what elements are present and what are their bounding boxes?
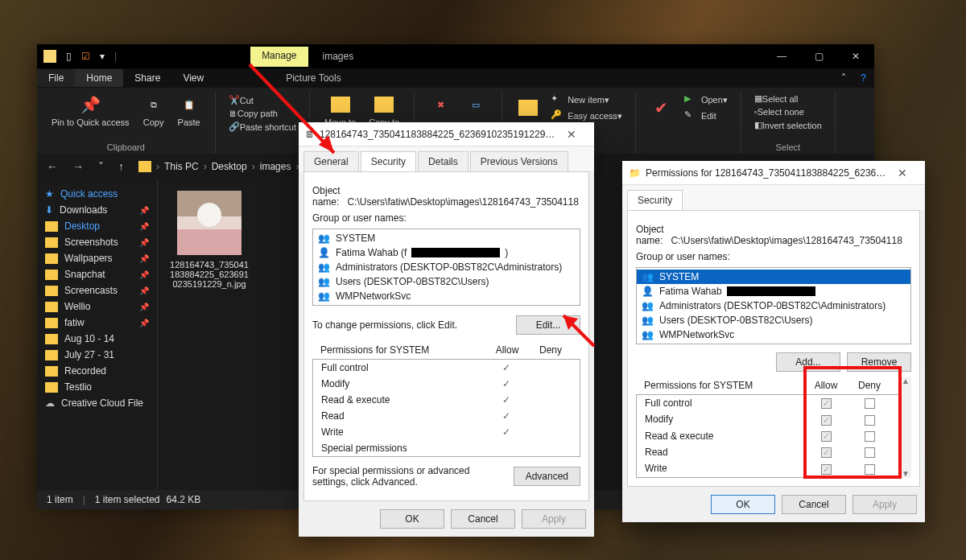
picture-tools-label[interactable]: Picture Tools bbox=[286, 72, 341, 84]
deny-checkbox[interactable] bbox=[865, 447, 875, 458]
file-thumbnail[interactable]: 128164743_735041183884225_62369102351912… bbox=[169, 191, 250, 289]
user-row[interactable]: SYSTEM bbox=[637, 270, 910, 284]
paste-shortcut-button[interactable]: 🔗Paste shortcut bbox=[224, 120, 301, 134]
tab-previous[interactable]: Previous Versions bbox=[470, 151, 568, 171]
close-button[interactable]: ✕ bbox=[837, 44, 874, 68]
cut-button[interactable]: ✂️Cut bbox=[224, 93, 258, 107]
allow-checkbox[interactable] bbox=[821, 447, 832, 458]
sidebar-item-screenshots[interactable]: Screenshots📌 bbox=[37, 234, 157, 250]
user-row[interactable]: Fatima Wahab bbox=[637, 284, 910, 299]
tab-details[interactable]: Details bbox=[418, 151, 469, 171]
ok-button[interactable]: OK bbox=[711, 495, 775, 514]
sidebar-item-screencasts[interactable]: Screencasts📌 bbox=[37, 282, 157, 299]
allow-checkbox[interactable] bbox=[821, 398, 832, 409]
pin-button[interactable]: 📌Pin to Quick access bbox=[45, 92, 136, 129]
users-listbox[interactable]: SYSTEMFatima WahabAdministrators (DESKTO… bbox=[636, 267, 911, 344]
user-row[interactable]: Fatima Wahab (f) bbox=[313, 245, 580, 260]
invert-selection-button[interactable]: ◧Invert selection bbox=[749, 118, 827, 132]
sidebar-item-snapchat[interactable]: Snapchat📌 bbox=[37, 266, 157, 282]
new-item-button[interactable]: ✦New item ▾ bbox=[546, 92, 627, 108]
tab-security[interactable]: Security bbox=[361, 151, 416, 171]
allow-checkbox[interactable] bbox=[821, 415, 832, 426]
add-button[interactable]: Add... bbox=[776, 352, 840, 372]
sidebar-item-downloads[interactable]: ⬇Downloads📌 bbox=[37, 202, 157, 218]
edit-button[interactable]: ✎Edit bbox=[679, 108, 733, 124]
close-button[interactable]: ✕ bbox=[555, 128, 588, 141]
advanced-button[interactable]: Advanced bbox=[514, 467, 580, 486]
crumb-images[interactable]: images bbox=[255, 159, 296, 174]
sidebar-item-wellio[interactable]: Wellio📌 bbox=[37, 299, 157, 315]
nav-up-button[interactable]: ↑ bbox=[114, 160, 129, 173]
copy-path-icon: 🗎 bbox=[229, 109, 237, 118]
qat-check-icon[interactable]: ☑ bbox=[78, 49, 93, 64]
sidebar-item-testlio[interactable]: Testlio bbox=[37, 379, 157, 395]
allow-checkbox[interactable] bbox=[821, 431, 832, 442]
deny-checkbox[interactable] bbox=[865, 415, 875, 426]
deny-checkbox[interactable] bbox=[865, 464, 875, 475]
maximize-button[interactable]: ▢ bbox=[800, 44, 837, 68]
properties-button[interactable]: ✔ bbox=[644, 95, 679, 121]
redacted-text bbox=[727, 286, 815, 296]
menu-home[interactable]: Home bbox=[75, 69, 123, 87]
manage-tab[interactable]: Manage bbox=[250, 47, 308, 67]
apply-button[interactable]: Apply bbox=[852, 495, 917, 514]
crumb-this-pc[interactable]: This PC bbox=[159, 159, 204, 174]
cancel-button[interactable]: Cancel bbox=[782, 495, 846, 514]
easy-access-button[interactable]: 🔑Easy access ▾ bbox=[546, 108, 627, 124]
minimize-button[interactable]: — bbox=[763, 44, 800, 68]
open-button[interactable]: ▶Open ▾ bbox=[679, 92, 733, 108]
menu-view[interactable]: View bbox=[171, 69, 215, 87]
deny-checkbox[interactable] bbox=[865, 431, 875, 442]
apply-button[interactable]: Apply bbox=[522, 509, 586, 529]
paste-button[interactable]: 📋Paste bbox=[171, 92, 207, 129]
new-folder-button[interactable] bbox=[510, 95, 546, 121]
copy-button[interactable]: ⧉Copy bbox=[136, 92, 171, 129]
qat-dropdown-icon[interactable]: ▾ bbox=[97, 49, 108, 64]
user-row[interactable]: Users (DESKTOP-0BST82C\Users) bbox=[313, 274, 580, 289]
remove-button[interactable]: Remove bbox=[847, 352, 911, 372]
sidebar-item-wallpapers[interactable]: Wallpapers📌 bbox=[37, 250, 157, 266]
scroll-down-icon[interactable]: ▼ bbox=[902, 469, 910, 478]
select-all-button[interactable]: ▦Select all bbox=[749, 92, 803, 105]
cancel-button[interactable]: Cancel bbox=[451, 509, 515, 529]
collapse-ribbon-icon[interactable]: ˄ bbox=[835, 72, 852, 84]
help-icon[interactable]: ? bbox=[852, 72, 874, 84]
user-row[interactable]: WMPNetworkSvc bbox=[637, 327, 910, 342]
rename-button[interactable]: ▭ bbox=[458, 92, 493, 117]
select-none-button[interactable]: ▫Select none bbox=[749, 105, 809, 118]
allow-checkbox[interactable] bbox=[821, 464, 832, 475]
breadcrumb[interactable]: › This PC › Desktop › images › bbox=[138, 159, 299, 174]
scroll-up-icon[interactable]: ▲ bbox=[902, 377, 910, 385]
nav-back-button[interactable]: ← bbox=[42, 160, 63, 173]
user-row[interactable]: Administrators (DESKTOP-0BST82C\Administ… bbox=[313, 260, 580, 274]
close-button[interactable]: ✕ bbox=[886, 167, 919, 179]
scrollbar[interactable]: ▲▼ bbox=[899, 377, 911, 478]
user-row[interactable]: SYSTEM bbox=[313, 231, 580, 245]
user-row[interactable]: Users (DESKTOP-0BST82C\Users) bbox=[637, 313, 910, 327]
sidebar-item-aug-10-14[interactable]: Aug 10 - 14 bbox=[37, 331, 157, 347]
delete-button[interactable]: ✖ bbox=[423, 92, 458, 117]
tab-general[interactable]: General bbox=[303, 151, 359, 171]
sidebar-item-recorded[interactable]: Recorded bbox=[37, 363, 157, 379]
crumb-desktop[interactable]: Desktop bbox=[207, 159, 252, 174]
user-row[interactable]: WMPNetworkSvc bbox=[313, 289, 580, 303]
sidebar-item-july-27-31[interactable]: July 27 - 31 bbox=[37, 347, 157, 363]
users-listbox[interactable]: SYSTEMFatima Wahab (f)Administrators (DE… bbox=[312, 229, 580, 306]
sidebar-item-creative-cloud-file[interactable]: ☁Creative Cloud File bbox=[37, 395, 157, 411]
sidebar-item-desktop[interactable]: Desktop📌 bbox=[37, 218, 157, 234]
edit-button[interactable]: Edit... bbox=[516, 315, 580, 335]
qat-icon[interactable]: ▯ bbox=[63, 49, 75, 64]
copy-path-button[interactable]: 🗎Copy path bbox=[224, 107, 283, 120]
user-row[interactable]: Administrators (DESKTOP-0BST82C\Administ… bbox=[637, 299, 910, 313]
sidebar-item-quick-access[interactable]: ★Quick access bbox=[37, 186, 157, 202]
group-icon bbox=[318, 290, 331, 302]
sidebar-item-fatiw[interactable]: fatiw📌 bbox=[37, 315, 157, 331]
ok-button[interactable]: OK bbox=[380, 509, 444, 529]
menu-file[interactable]: File bbox=[37, 69, 75, 87]
nav-forward-button[interactable]: → bbox=[68, 160, 89, 173]
deny-checkbox[interactable] bbox=[865, 398, 875, 409]
permission-row: Modify bbox=[637, 411, 899, 427]
tab-security[interactable]: Security bbox=[627, 190, 683, 210]
nav-history-button[interactable]: ˅ bbox=[93, 160, 109, 173]
menu-share[interactable]: Share bbox=[123, 69, 171, 87]
